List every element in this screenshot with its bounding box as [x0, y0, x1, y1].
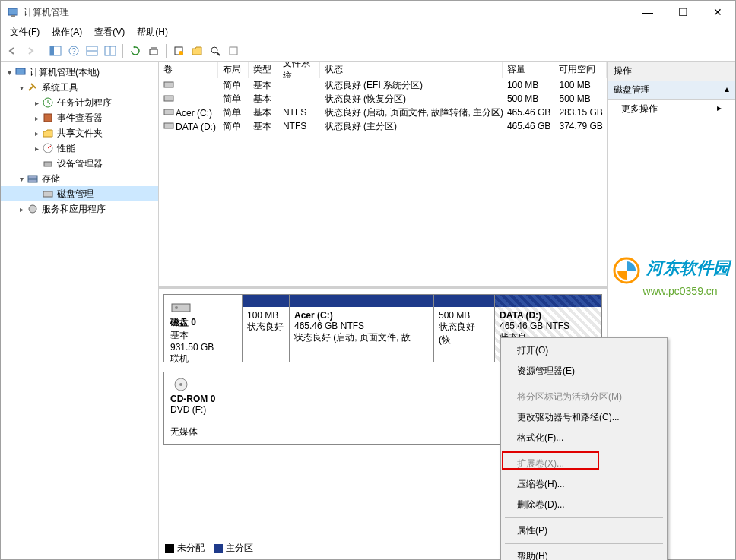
computer-icon	[14, 66, 27, 78]
rescan-button[interactable]	[145, 43, 162, 59]
cell-layout: 简单	[218, 79, 248, 92]
partition-status: 状态良好	[247, 321, 284, 334]
partition-size: 465.46 GB NTFS	[500, 321, 597, 331]
collapse-icon[interactable]: ▾	[4, 68, 14, 77]
chevron-right-icon: ▸	[717, 103, 722, 115]
cell-type: 基本	[249, 120, 278, 133]
ctx-explorer[interactable]: 资源管理器(E)	[503, 361, 665, 381]
expand-icon[interactable]: ▸	[16, 205, 27, 214]
close-button[interactable]: ✕	[700, 1, 735, 24]
show-hide-tree-button[interactable]	[47, 43, 64, 59]
perf-icon	[42, 142, 54, 154]
cell-type: 基本	[249, 79, 278, 92]
menu-action[interactable]: 操作(A)	[46, 24, 88, 40]
device-icon	[42, 157, 54, 169]
props-button[interactable]	[170, 43, 187, 59]
partition[interactable]: Acer (C:)465.46 GB NTFS状态良好 (启动, 页面文件, 故	[290, 295, 434, 362]
ctx-separator	[505, 543, 663, 544]
tree-services[interactable]: ▸ 服务和应用程序	[1, 201, 158, 217]
tree-performance[interactable]: ▸ 性能	[1, 141, 158, 156]
collapse-icon[interactable]: ▾	[16, 84, 27, 92]
tree-task-scheduler[interactable]: ▸ 任务计划程序	[1, 95, 158, 110]
ctx-help[interactable]: 帮助(H)	[503, 546, 665, 560]
help-button[interactable]: ?	[65, 43, 82, 59]
col-free[interactable]: 可用空间	[554, 62, 607, 78]
tree-label: 事件查看器	[57, 112, 103, 125]
volume-row[interactable]: DATA (D:)简单基本NTFS状态良好 (主分区)465.46 GB374.…	[159, 119, 607, 133]
svg-rect-27	[164, 109, 173, 115]
cell-capacity: 100 MB	[503, 80, 555, 90]
cdrom-icon	[170, 377, 192, 392]
col-layout[interactable]: 布局	[218, 62, 248, 78]
col-capacity[interactable]: 容量	[503, 62, 555, 78]
settings-button[interactable]	[225, 43, 242, 59]
menu-help[interactable]: 帮助(H)	[131, 24, 174, 40]
tree-root[interactable]: ▾ 计算机管理(本地)	[1, 65, 158, 80]
menu-file[interactable]: 文件(F)	[4, 24, 46, 40]
tree-event-viewer[interactable]: ▸ 事件查看器	[1, 110, 158, 125]
tree-label: 服务和应用程序	[42, 203, 106, 216]
expand-icon[interactable]: ▸	[31, 99, 42, 107]
svg-rect-25	[164, 82, 173, 87]
more-actions-link[interactable]: 更多操作 ▸	[608, 100, 735, 119]
col-status[interactable]: 状态	[320, 62, 503, 78]
folder-button[interactable]	[189, 43, 205, 59]
legend-primary: 主分区	[214, 542, 253, 555]
cell-status: 状态良好 (EFI 系统分区)	[320, 79, 503, 92]
ctx-separator	[505, 517, 663, 518]
cell-free: 500 MB	[554, 93, 607, 104]
col-type[interactable]: 类型	[249, 62, 278, 78]
shared-icon	[42, 127, 54, 139]
ctx-change-letter[interactable]: 更改驱动器号和路径(C)...	[503, 407, 665, 428]
volume-row[interactable]: 简单基本状态良好 (恢复分区)500 MB500 MB	[159, 92, 607, 106]
ctx-separator	[505, 384, 663, 384]
cell-volume	[159, 93, 218, 105]
tree-label: 磁盘管理	[57, 188, 94, 201]
expand-icon[interactable]: ▸	[31, 129, 42, 138]
view1-button[interactable]	[84, 43, 100, 59]
menu-view[interactable]: 查看(V)	[88, 24, 131, 40]
maximize-button[interactable]: ☐	[665, 1, 700, 24]
svg-rect-16	[16, 68, 25, 74]
col-fs[interactable]: 文件系统	[278, 62, 320, 78]
view2-button[interactable]	[102, 43, 119, 59]
toolbar: ?	[1, 40, 735, 62]
partition-body: Acer (C:)465.46 GB NTFS状态良好 (启动, 页面文件, 故	[290, 307, 433, 362]
svg-rect-18	[44, 114, 52, 122]
expand-icon[interactable]: ▸	[31, 144, 42, 153]
expand-icon[interactable]: ▸	[31, 114, 42, 122]
minimize-button[interactable]: —	[630, 1, 665, 24]
ctx-open[interactable]: 打开(O)	[503, 340, 665, 361]
tree-storage[interactable]: ▾ 存储	[1, 171, 158, 186]
svg-point-24	[29, 205, 36, 213]
tree-shared-folders[interactable]: ▸ 共享文件夹	[1, 125, 158, 141]
cell-status: 状态良好 (恢复分区)	[320, 93, 503, 106]
back-button[interactable]	[4, 43, 21, 59]
forward-button[interactable]	[22, 43, 39, 59]
cdrom-info-box[interactable]: CD-ROM 0 DVD (F:) 无媒体	[164, 372, 255, 444]
find-button[interactable]	[207, 43, 224, 59]
ctx-properties[interactable]: 属性(P)	[503, 520, 665, 541]
tree-systools[interactable]: ▾ 系统工具	[1, 80, 158, 95]
partition[interactable]: 500 MB状态良好 (恢	[434, 295, 495, 362]
volume-row[interactable]: Acer (C:)简单基本NTFS状态良好 (启动, 页面文件, 故障转储, 主…	[159, 106, 607, 119]
ctx-format[interactable]: 格式化(F)...	[503, 428, 665, 448]
ctx-shrink[interactable]: 压缩卷(H)...	[503, 474, 665, 495]
tree-disk-management[interactable]: 磁盘管理	[1, 186, 158, 201]
context-menu: 打开(O) 资源管理器(E) 将分区标记为活动分区(M) 更改驱动器号和路径(C…	[500, 337, 668, 560]
cdrom-name: CD-ROM 0	[170, 394, 249, 404]
actions-section[interactable]: 磁盘管理 ▴	[608, 81, 735, 100]
cell-layout: 简单	[218, 120, 248, 133]
volume-row[interactable]: 简单基本状态良好 (EFI 系统分区)100 MB100 MB	[159, 78, 607, 92]
svg-rect-26	[164, 96, 173, 101]
disk-size: 931.50 GB	[170, 342, 236, 353]
col-volume[interactable]: 卷	[159, 62, 218, 78]
disk-info-box[interactable]: 磁盘 0 基本 931.50 GB 联机	[164, 295, 243, 362]
partition[interactable]: 100 MB状态良好	[243, 295, 290, 362]
tree-device-manager[interactable]: 设备管理器	[1, 156, 158, 171]
collapse-icon[interactable]: ▾	[16, 175, 27, 183]
refresh-button[interactable]	[127, 43, 144, 59]
cell-type: 基本	[249, 93, 278, 106]
disk-icon	[42, 188, 54, 200]
ctx-delete[interactable]: 删除卷(D)...	[503, 495, 665, 515]
